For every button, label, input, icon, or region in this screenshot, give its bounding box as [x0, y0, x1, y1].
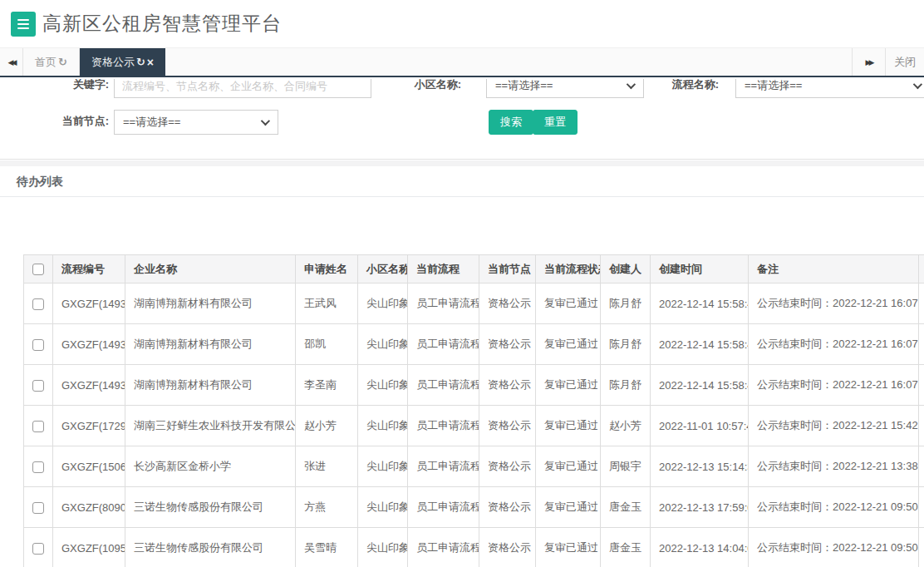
cell-community: 尖山印象 [358, 284, 408, 324]
cell-current-node: 资格公示 [479, 324, 536, 365]
row-checkbox[interactable] [32, 543, 44, 555]
col-header-flow-status: 当前流程状态 [536, 255, 601, 284]
cell-applicant: 吴雪晴 [296, 528, 358, 567]
cell-extra [919, 284, 924, 324]
select-all-checkbox[interactable] [32, 264, 44, 275]
section-title: 待办列表 [0, 166, 924, 197]
cell-community: 尖山印象 [358, 528, 408, 567]
col-header-community: 小区名称 [358, 255, 408, 284]
cell-creator: 唐金玉 [601, 528, 651, 567]
chevron-down-icon [261, 116, 270, 126]
cell-process-no: GXGZF(1729) [53, 406, 125, 446]
cell-community: 尖山印象 [358, 487, 408, 528]
col-header-current-flow: 当前流程 [408, 255, 479, 284]
cell-created-at: 2022-12-13 15:14:39 [651, 446, 749, 487]
chevron-down-icon [627, 80, 636, 89]
cell-created-at: 2022-12-13 17:59:09 [651, 487, 749, 528]
cell-flow-status: 复审已通过 [536, 324, 601, 365]
cell-applicant: 方燕 [296, 487, 358, 528]
tabs-scroll-left-button[interactable]: ◀◀ [0, 48, 23, 76]
panel-gap [0, 160, 924, 166]
cell-creator: 周银宇 [601, 446, 651, 487]
cell-current-flow: 员工申请流程 [408, 406, 479, 446]
row-checkbox-cell [24, 528, 53, 567]
cell-created-at: 2022-12-13 14:04:07 [651, 528, 749, 567]
current-node-label: 当前节点: [17, 114, 109, 129]
cell-extra [919, 406, 924, 446]
tab-home[interactable]: 首页 ↻ [23, 48, 80, 76]
tab-qualification-publicity[interactable]: 资格公示 ↻ × [80, 48, 165, 76]
refresh-icon[interactable]: ↻ [136, 56, 145, 68]
cell-current-node: 资格公示 [479, 365, 536, 406]
cell-flow-status: 复审已通过 [536, 528, 601, 567]
tabs-scroll-right-button[interactable]: ▶▶ [852, 48, 885, 76]
search-button[interactable]: 搜索 [489, 110, 533, 135]
community-select-value: ==请选择== [495, 79, 553, 93]
todo-table: 流程编号 企业名称 申请姓名 小区名称 当前流程 当前节点 当前流程状态 创建人… [23, 254, 924, 567]
cell-current-node: 资格公示 [479, 406, 536, 446]
todo-table-container: 流程编号 企业名称 申请姓名 小区名称 当前流程 当前节点 当前流程状态 创建人… [23, 254, 924, 567]
cell-flow-status: 复审已通过 [536, 487, 601, 528]
cell-current-flow: 员工申请流程 [408, 284, 479, 324]
keyword-input[interactable] [114, 79, 371, 98]
cell-creator: 陈月舒 [601, 324, 651, 365]
row-checkbox-cell [24, 365, 53, 406]
cell-flow-status: 复审已通过 [536, 406, 601, 446]
cell-process-no: GXGZF(14933) [53, 365, 125, 406]
cell-current-node: 资格公示 [479, 446, 536, 487]
table-row: GXGZF(15061)长沙高新区金桥小学张进尖山印象员工申请流程资格公示复审已… [24, 446, 924, 487]
col-header-creator: 创建人 [601, 255, 651, 284]
cell-extra [919, 446, 924, 487]
hamburger-menu-icon[interactable] [11, 12, 36, 37]
cell-created-at: 2022-12-14 15:58:43 [651, 365, 749, 406]
cell-current-node: 资格公示 [479, 487, 536, 528]
table-body: GXGZF(14934)湖南博翔新材料有限公司王武风尖山印象员工申请流程资格公示… [24, 284, 924, 567]
table-row: GXGZF(14933)湖南博翔新材料有限公司李圣南尖山印象员工申请流程资格公示… [24, 365, 924, 406]
cell-process-no: GXGZF(10952) [53, 528, 125, 567]
cell-company: 三诺生物传感股份有限公司 [125, 528, 296, 567]
row-checkbox[interactable] [32, 461, 44, 473]
row-checkbox[interactable] [32, 298, 44, 310]
col-header-applicant: 申请姓名 [296, 255, 358, 284]
header-checkbox-cell [24, 255, 53, 284]
cell-process-no: GXGZF(14932) [53, 324, 125, 365]
process-name-select[interactable]: ==请选择== [735, 79, 924, 98]
cell-applicant: 王武风 [296, 284, 358, 324]
cell-community: 尖山印象 [358, 365, 408, 406]
tab-home-label: 首页 [35, 55, 57, 70]
cell-applicant: 邵凯 [296, 324, 358, 365]
col-header-company: 企业名称 [125, 255, 296, 284]
row-checkbox[interactable] [32, 380, 44, 392]
close-operations-menu[interactable]: 关闭 [885, 48, 924, 76]
row-checkbox[interactable] [32, 421, 44, 432]
table-row: GXGZF(14932)湖南博翔新材料有限公司邵凯尖山印象员工申请流程资格公示复… [24, 324, 924, 365]
chevron-down-icon [913, 80, 922, 89]
cell-community: 尖山印象 [358, 446, 408, 487]
col-header-process-no: 流程编号 [53, 255, 125, 284]
cell-extra [919, 528, 924, 567]
refresh-icon[interactable]: ↻ [58, 56, 67, 68]
cell-extra [919, 365, 924, 406]
community-select[interactable]: ==请选择== [486, 79, 644, 98]
cell-process-no: GXGZF(15061) [53, 446, 125, 487]
cell-process-no: GXGZF(8090) [53, 487, 125, 528]
cell-current-flow: 员工申请流程 [408, 446, 479, 487]
current-node-select[interactable]: ==请选择== [114, 110, 278, 135]
keyword-label: 关键字: [17, 79, 109, 92]
close-tab-icon[interactable]: × [147, 57, 154, 68]
app-window: 高新区公租房智慧管理平台 ◀◀ 首页 ↻ 资格公示 ↻ × ▶▶ 关闭 关键字:… [0, 0, 924, 567]
reset-button[interactable]: 重置 [533, 110, 578, 135]
cell-creator: 陈月舒 [601, 365, 651, 406]
row-checkbox-cell [24, 446, 53, 487]
tabbar-spacer [165, 48, 852, 76]
col-header-extra [919, 255, 924, 284]
row-checkbox-cell [24, 324, 53, 365]
cell-current-flow: 员工申请流程 [408, 365, 479, 406]
row-checkbox-cell [24, 487, 53, 528]
row-checkbox[interactable] [32, 339, 44, 351]
cell-applicant: 李圣南 [296, 365, 358, 406]
row-checkbox[interactable] [32, 502, 44, 514]
top-header: 高新区公租房智慧管理平台 [0, 0, 924, 48]
cell-created-at: 2022-11-01 10:57:41 [651, 406, 749, 446]
cell-created-at: 2022-12-14 15:58:43 [651, 284, 749, 324]
